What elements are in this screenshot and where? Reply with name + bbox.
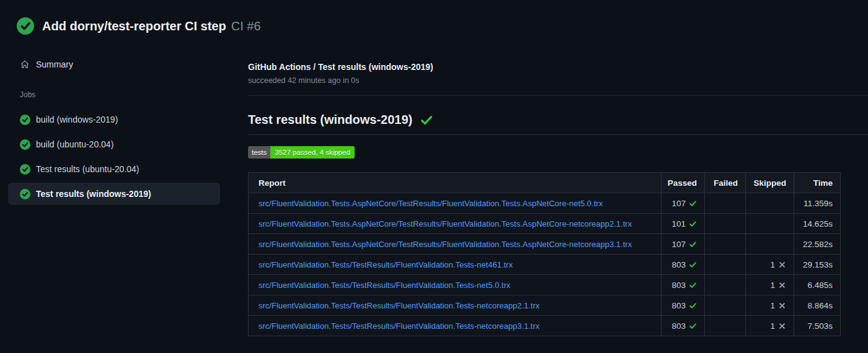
skipped-x-icon <box>778 281 786 289</box>
home-icon <box>20 59 30 69</box>
job-success-icon <box>20 139 30 150</box>
passed-check-icon <box>689 261 697 269</box>
results-heading-row: Test results (windows-2019) <box>248 113 868 135</box>
run-number: CI #6 <box>231 19 261 33</box>
run-success-icon <box>17 17 34 35</box>
skipped-cell: 1 <box>746 275 794 295</box>
table-row: src/FluentValidation.Tests/TestResults/F… <box>249 255 841 275</box>
sidebar-item-job-testresults-ubuntu[interactable]: Test results (ubuntu-20.04) <box>8 158 220 180</box>
tests-badge: tests 3527 passed, 4 skipped <box>248 146 355 159</box>
sidebar-item-job-testresults-windows[interactable]: Test results (windows-2019) <box>8 183 220 205</box>
time-cell: 7.503s <box>794 316 841 336</box>
job-label: Test results (windows-2019) <box>36 189 151 199</box>
column-header-passed: Passed <box>662 173 705 193</box>
skipped-x-icon <box>778 302 786 310</box>
job-success-icon <box>20 189 30 199</box>
check-run-status: succeeded 42 minutes ago in 0s <box>248 76 868 85</box>
time-cell: 22.582s <box>794 234 841 255</box>
time-cell: 14.625s <box>794 214 841 234</box>
job-success-icon <box>20 164 30 175</box>
sidebar-item-job-build-windows[interactable]: build (windows-2019) <box>8 108 220 131</box>
report-link[interactable]: src/FluentValidation.Tests.AspNetCore/Te… <box>259 219 632 229</box>
badge-label: tests <box>248 146 270 159</box>
column-header-skipped: Skipped <box>746 173 794 193</box>
jobs-list: build (windows-2019) build (ubuntu-20.04… <box>8 108 242 205</box>
skipped-cell <box>746 214 794 234</box>
passed-check-icon <box>689 281 697 289</box>
time-cell: 11.359s <box>794 193 841 214</box>
job-sidebar: Summary Jobs build (windows-2019) build … <box>0 35 242 207</box>
table-row: src/FluentValidation.Tests.AspNetCore/Te… <box>249 214 841 234</box>
summary-label: Summary <box>36 59 73 69</box>
passed-cell: 803 <box>662 275 705 295</box>
run-title: Add dorny/test-reporter CI step <box>42 19 226 33</box>
divider <box>248 95 868 96</box>
failed-cell <box>705 193 746 214</box>
table-row: src/FluentValidation.Tests.AspNetCore/Te… <box>249 193 841 214</box>
run-header: Add dorny/test-reporter CI step CI #6 <box>0 0 868 35</box>
results-heading: Test results (windows-2019) <box>248 113 412 127</box>
sidebar-item-summary[interactable]: Summary <box>8 54 242 75</box>
skipped-cell: 1 <box>746 316 794 336</box>
report-link[interactable]: src/FluentValidation.Tests.AspNetCore/Te… <box>259 199 603 208</box>
skipped-x-icon <box>778 322 786 330</box>
failed-cell <box>705 255 746 275</box>
report-link[interactable]: src/FluentValidation.Tests/TestResults/F… <box>259 301 539 310</box>
badge-value: 3527 passed, 4 skipped <box>270 146 354 159</box>
passed-check-icon <box>689 199 697 207</box>
passed-cell: 107 <box>662 234 705 255</box>
passed-cell: 101 <box>662 214 705 234</box>
report-table: Report Passed Failed Skipped Time src/Fl… <box>248 172 841 336</box>
failed-cell <box>705 214 746 234</box>
skipped-cell: 1 <box>746 295 794 316</box>
column-header-time: Time <box>794 173 841 193</box>
check-run-content: GitHub Actions / Test results (windows-2… <box>242 35 868 336</box>
time-cell: 29.153s <box>794 255 841 275</box>
table-row: src/FluentValidation.Tests/TestResults/F… <box>249 295 841 316</box>
column-header-report: Report <box>249 173 662 193</box>
skipped-cell <box>746 234 794 255</box>
passed-cell: 803 <box>662 295 705 316</box>
job-success-icon <box>20 115 30 125</box>
time-cell: 6.485s <box>794 275 841 295</box>
report-link[interactable]: src/FluentValidation.Tests/TestResults/F… <box>259 321 539 331</box>
skipped-cell <box>746 193 794 214</box>
passed-check-icon <box>689 322 697 330</box>
failed-cell <box>705 316 746 336</box>
passed-cell: 803 <box>662 255 705 275</box>
job-label: Test results (ubuntu-20.04) <box>36 164 140 174</box>
table-row: src/FluentValidation.Tests/TestResults/F… <box>249 275 841 295</box>
time-cell: 8.864s <box>794 295 841 316</box>
passed-check-icon <box>689 240 697 248</box>
report-link[interactable]: src/FluentValidation.Tests/TestResults/F… <box>259 260 513 269</box>
failed-cell <box>705 275 746 295</box>
skipped-x-icon <box>778 261 786 269</box>
passed-check-icon <box>689 302 697 310</box>
report-link[interactable]: src/FluentValidation.Tests.AspNetCore/Te… <box>259 240 632 249</box>
job-label: build (ubuntu-20.04) <box>36 139 113 149</box>
success-check-icon <box>420 113 433 127</box>
failed-cell <box>705 295 746 316</box>
passed-cell: 803 <box>662 316 705 336</box>
check-run-title: GitHub Actions / Test results (windows-2… <box>248 62 868 72</box>
jobs-section-label: Jobs <box>20 90 242 99</box>
passed-cell: 107 <box>662 193 705 214</box>
table-row: src/FluentValidation.Tests.AspNetCore/Te… <box>249 234 841 255</box>
passed-check-icon <box>689 220 697 228</box>
job-label: build (windows-2019) <box>36 115 118 124</box>
report-table-body: src/FluentValidation.Tests.AspNetCore/Te… <box>249 193 841 336</box>
column-header-failed: Failed <box>705 173 746 193</box>
table-header-row: Report Passed Failed Skipped Time <box>249 173 841 193</box>
table-row: src/FluentValidation.Tests/TestResults/F… <box>249 316 841 336</box>
sidebar-item-job-build-ubuntu[interactable]: build (ubuntu-20.04) <box>8 133 220 155</box>
report-link[interactable]: src/FluentValidation.Tests/TestResults/F… <box>259 281 510 290</box>
failed-cell <box>705 234 746 255</box>
skipped-cell: 1 <box>746 255 794 275</box>
